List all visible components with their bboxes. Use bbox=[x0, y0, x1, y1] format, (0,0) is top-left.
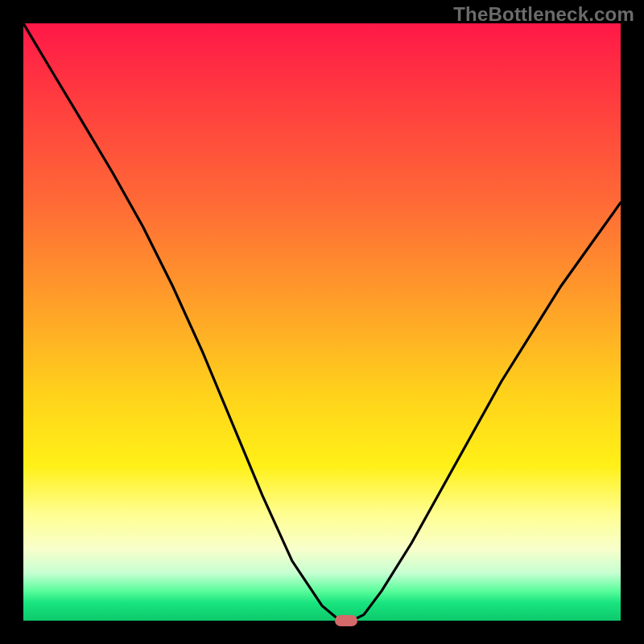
watermark-text: TheBottleneck.com bbox=[453, 3, 634, 26]
plot-area bbox=[23, 23, 621, 621]
chart-frame: TheBottleneck.com bbox=[0, 0, 644, 644]
optimum-marker bbox=[335, 615, 357, 626]
bottleneck-curve bbox=[23, 23, 621, 621]
